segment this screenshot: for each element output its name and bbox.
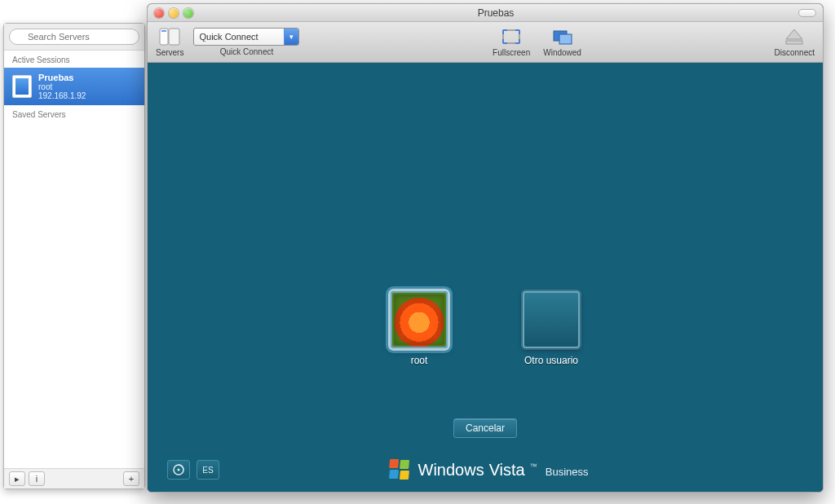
fullscreen-button[interactable]: Fullscreen [493,27,530,57]
brand-vista: Vista [489,461,525,480]
window-controls [154,8,193,18]
toolbar: Servers Quick Connect ▾ Quick Connect Fu… [148,22,823,63]
session-user: root [38,82,86,91]
login-user-tiles: root Otro usuario [148,291,823,366]
remote-display[interactable]: root Otro usuario Cancelar ES Windows [148,63,823,492]
language-code: ES [202,466,213,475]
servers-toggle[interactable]: Servers [156,27,183,57]
add-server-button[interactable]: + [123,471,139,486]
avatar-root [391,291,448,348]
quick-connect-combo[interactable]: Quick Connect ▾ [193,28,299,46]
login-user-other[interactable]: Otro usuario [522,291,581,366]
search-servers-wrap: 🔍 [4,24,144,51]
disconnect-button[interactable]: Disconnect [775,27,815,57]
brand-edition: Business [546,466,589,478]
brand-windows: Windows [418,461,484,480]
windowed-icon [551,27,574,46]
ease-of-access-button[interactable] [167,460,190,480]
info-button[interactable]: i [29,471,45,486]
fullscreen-icon [500,27,523,46]
avatar-other [523,291,580,348]
svg-rect-1 [169,29,179,45]
login-user-root-label: root [411,355,428,366]
minimize-window-button[interactable] [169,8,179,18]
toolbar-toggle-button[interactable] [798,9,816,17]
windowed-label: Windowed [543,48,581,57]
servers-label: Servers [156,48,183,57]
quick-connect-text: Quick Connect [199,32,258,42]
servers-sidebar: 🔍 Active Sessions Pruebas root 192.168.1… [3,23,145,489]
svg-rect-3 [503,30,519,43]
session-name: Pruebas [38,73,86,82]
session-item-pruebas[interactable]: Pruebas root 192.168.1.92 [4,68,144,105]
svg-point-8 [178,469,180,471]
cancel-button[interactable]: Cancelar [453,418,517,438]
login-user-other-label: Otro usuario [524,355,578,366]
saved-servers-label: Saved Servers [4,105,144,122]
chevron-down-icon: ▾ [284,29,298,45]
session-file-icon [12,75,32,98]
windows-brand-text: Windows Vista ™ Business [418,461,589,480]
fullscreen-label: Fullscreen [493,48,530,57]
titlebar[interactable]: Pruebas [148,4,823,22]
sidebar-footer: ▸ i + [4,468,144,489]
svg-rect-6 [786,41,802,44]
session-ip: 192.168.1.92 [38,91,86,100]
active-sessions-label: Active Sessions [4,51,144,68]
search-servers-input[interactable] [9,29,139,45]
servers-icon [158,27,181,46]
session-texts: Pruebas root 192.168.1.92 [38,73,86,100]
window-title: Pruebas [198,7,793,19]
main-window: Pruebas Servers Quick Connect ▾ Quick Co… [147,3,824,493]
quick-connect-label: Quick Connect [220,47,274,56]
windows-brand: Windows Vista ™ Business [226,459,751,480]
quick-connect-group: Quick Connect ▾ Quick Connect [193,28,299,56]
close-window-button[interactable] [154,8,164,18]
play-button[interactable]: ▸ [9,471,25,486]
windows-flag-icon [387,459,410,480]
svg-rect-2 [161,30,166,32]
login-user-root[interactable]: root [390,291,448,366]
svg-rect-5 [559,34,572,44]
vista-footer: ES Windows Vista ™ Business [148,459,823,480]
zoom-window-button[interactable] [183,8,193,18]
windowed-button[interactable]: Windowed [543,27,581,57]
brand-trademark: ™ [530,462,537,471]
language-button[interactable]: ES [197,460,219,480]
disconnect-label: Disconnect [775,48,815,57]
eject-icon [783,27,806,46]
